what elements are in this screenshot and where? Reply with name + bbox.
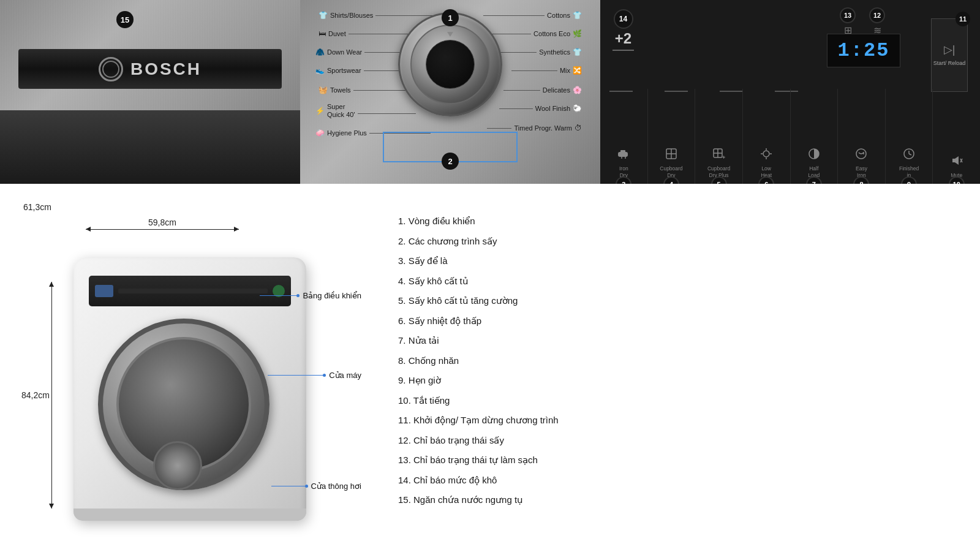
half-load-svg <box>807 147 821 161</box>
badge-11: 11 <box>956 12 970 26</box>
iron-dry-svg <box>617 147 630 161</box>
superquick-icon: ⚡ <box>315 107 325 115</box>
easy-iron-button[interactable]: EasyIron 8 <box>838 89 886 184</box>
timedprogr-icon: ⏱ <box>575 124 582 132</box>
dryer-vent-grill <box>153 441 202 490</box>
duvet-icon: 🛏 <box>318 29 326 38</box>
top-section: 15 BOSCH 👕 Shirts/Blouses 🛏 Duvet 🧥 Down… <box>0 0 980 184</box>
left-panel: 15 BOSCH <box>0 0 300 184</box>
mute-svg <box>950 154 963 167</box>
svg-line-20 <box>909 154 911 155</box>
dial-container[interactable]: 1 <box>398 12 502 116</box>
bosch-logo-circle <box>99 57 123 81</box>
spec-12: 12. Chỉ báo trạng thái sấy <box>398 434 956 448</box>
half-load-icon <box>807 147 821 164</box>
prog-delicates: Delicates 🌸 <box>503 86 582 94</box>
ann-line-door <box>268 375 323 376</box>
control-buttons-row: IronDry 3 CupboardDry 4 <box>600 89 980 184</box>
width-arrow-right <box>234 227 239 232</box>
dial-outer[interactable] <box>398 12 502 116</box>
spec-9: 9. Hẹn giờ <box>398 374 956 388</box>
start-label: Start/ Reload <box>933 60 966 67</box>
dial-ring[interactable] <box>410 25 490 104</box>
width-dimension: 59,8cm <box>86 217 239 230</box>
height-arrow <box>51 282 52 509</box>
spec-15: 15. Ngăn chứa nước ngưng tụ <box>398 493 956 507</box>
low-heat-button[interactable]: LowHeat 6 <box>743 89 791 184</box>
prog-woolfinish: Wool Finish 🐑 <box>499 104 582 113</box>
prog-line <box>487 128 511 129</box>
badge-3: 3 <box>616 176 631 184</box>
cupboard-dry-svg <box>665 147 678 161</box>
iron-dry-button[interactable]: IronDry 3 <box>600 89 648 184</box>
finished-in-svg <box>902 147 916 161</box>
annotation-vent-text: Cửa thông hơi <box>311 482 362 491</box>
prog-timedprogr: Timed Progr. Warm ⏱ <box>487 124 582 132</box>
ann-line-vent <box>271 486 305 486</box>
width-arrow-left <box>86 227 91 232</box>
display-time: 1:25 <box>838 39 890 62</box>
badge-15: 15 <box>116 11 134 28</box>
dryer-diagram-area: 59,8cm 61,3cm 84,2cm <box>12 196 368 540</box>
cupboard-dry-button[interactable]: CupboardDry 4 <box>648 89 696 184</box>
downwear-icon: 🧥 <box>315 48 325 56</box>
finished-in-icon <box>902 147 916 164</box>
height-arrow-down <box>49 504 54 509</box>
dry-level-area: 14 +2 <box>612 9 634 51</box>
annotation-vent: Cửa thông hơi <box>271 482 362 491</box>
svg-rect-0 <box>618 152 628 157</box>
woolfinish-icon: 🐑 <box>573 104 582 113</box>
spec-10: 10. Tắt tiếng <box>398 394 956 408</box>
svg-rect-1 <box>620 150 625 153</box>
annotation-control-panel: Bảng điều khiển <box>260 291 361 300</box>
low-heat-svg <box>760 147 773 161</box>
ann-dot-vent <box>305 485 308 488</box>
dry-level-value: +2 <box>615 31 631 46</box>
bottom-section: 59,8cm 61,3cm 84,2cm <box>0 184 980 552</box>
bosch-brand-name: BOSCH <box>130 59 202 79</box>
spec-14: 14. Chỉ báo mức độ khô <box>398 474 956 488</box>
spec-2: 2. Các chương trình sấy <box>398 235 956 249</box>
ann-line-ctrl <box>260 295 296 296</box>
middle-panel: 👕 Shirts/Blouses 🛏 Duvet 🧥 Down Wear 👟 S… <box>300 0 600 184</box>
spec-1: 1. Vòng điều khiển <box>398 214 956 229</box>
delicates-icon: 🌸 <box>573 86 582 94</box>
cottonseco-icon: 🌿 <box>573 29 582 38</box>
badge-12: 12 <box>869 7 885 23</box>
bosch-logo-bar: BOSCH <box>18 49 282 89</box>
spec-3: 3. Sấy để là <box>398 254 956 268</box>
shirts-icon: 👕 <box>318 11 328 20</box>
start-icon: ▷| <box>944 43 956 56</box>
annotation-door: Cửa máy <box>268 371 361 380</box>
right-panel: 14 +2 13 ⊞ 12 ≋ 1:25 11 <box>600 0 980 184</box>
dial-center[interactable] <box>426 40 475 89</box>
spec-4: 4. Sấy khô cất tủ <box>398 274 956 289</box>
spec-7: 7. Nửa tải <box>398 334 956 348</box>
easy-iron-icon <box>854 147 868 164</box>
prog-cottonseco: Cottons Eco 🌿 <box>488 29 582 38</box>
finished-in-button[interactable]: Finishedin 9 <box>886 89 933 184</box>
spec-6: 6. Sấy nhiệt độ thấp <box>398 314 956 328</box>
low-heat-icon <box>760 147 773 164</box>
dryer-base <box>74 509 306 521</box>
width-arrow <box>86 229 239 230</box>
cottons-icon: 👕 <box>573 11 582 20</box>
prog-mix: Mix 🔀 <box>511 66 582 75</box>
badge-13: 13 <box>840 7 856 23</box>
cupboard-dry-plus-button[interactable]: + CupboardDry Plus 5 <box>695 89 743 184</box>
prog-line <box>500 52 537 53</box>
display-area: 1:25 <box>827 34 900 67</box>
cupboard-dry-icon <box>665 147 678 164</box>
towels-icon: 🧺 <box>318 86 328 94</box>
mute-icon <box>950 154 963 170</box>
status-icon-12: 12 ≋ <box>869 7 885 36</box>
dryer-image <box>74 245 337 545</box>
height-value: 84,2cm <box>21 390 50 400</box>
prog-line <box>511 70 557 71</box>
start-reload-button[interactable]: 11 ▷| Start/ Reload <box>931 18 968 92</box>
cupboard-dry-plus-icon: + <box>712 147 726 164</box>
mute-button[interactable]: Mute 10 <box>933 89 980 184</box>
cupboard-dry-plus-svg: + <box>712 147 726 161</box>
badge-1: 1 <box>442 9 459 26</box>
half-load-button[interactable]: HalfLoad 7 <box>791 89 839 184</box>
